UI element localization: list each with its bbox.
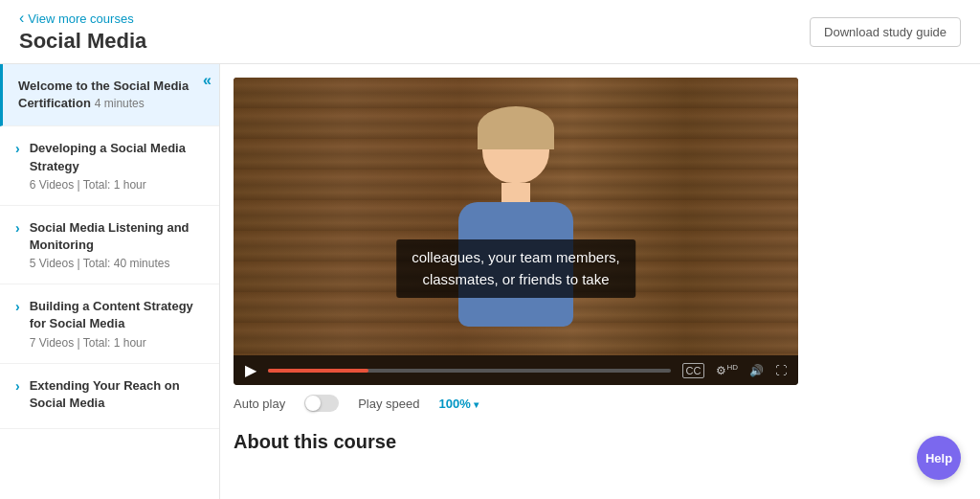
sidebar-item-title-developing: Developing a Social Media Strategy [30,140,204,174]
sidebar-item-expandable-extending: › Extending Your Reach on Social Media [15,377,204,415]
sidebar-item-title-content: Building a Content Strategy for Social M… [30,298,204,332]
main-layout: « Welcome to the Social Media Certificat… [0,64,980,499]
sidebar-item-developing[interactable]: › Developing a Social Media Strategy 6 V… [0,126,219,205]
sidebar-item-meta-developing: 6 Videos | Total: 1 hour [30,178,204,192]
chevron-icon-listening: › [15,220,20,236]
page-title: Social Media [19,29,146,54]
person-neck [501,183,530,202]
video-player: colleagues, your team members, classmate… [234,78,798,385]
sidebar-item-meta-listening: 5 Videos | Total: 40 minutes [30,257,204,270]
sidebar-item-listening[interactable]: › Social Media Listening and Monitoring … [0,206,219,284]
sidebar-item-text-listening: Social Media Listening and Monitoring 5 … [30,219,204,270]
video-bg[interactable]: colleagues, your team members, classmate… [234,78,798,355]
fullscreen-button[interactable]: ⛶ [775,364,787,377]
header: View more courses Social Media Download … [0,0,980,64]
help-button[interactable]: Help [917,436,961,480]
volume-button[interactable]: 🔊 [749,364,764,377]
back-link[interactable]: View more courses [19,10,146,27]
cc-button[interactable]: CC [682,363,705,378]
sidebar-item-text-developing: Developing a Social Media Strategy 6 Vid… [30,140,204,191]
playspeed-label: Play speed [358,397,419,411]
about-section: About this course [220,421,980,472]
sidebar-item-text-content: Building a Content Strategy for Social M… [30,298,204,349]
person-head [482,111,549,183]
autoplay-label: Auto play [234,397,285,411]
chevron-icon-content: › [15,299,20,314]
sidebar-item-extending[interactable]: › Extending Your Reach on Social Media [0,364,219,429]
sidebar-item-expandable-content: › Building a Content Strategy for Social… [15,298,204,349]
sidebar-item-content[interactable]: › Building a Content Strategy for Social… [0,284,219,363]
subtitle-line1: colleagues, your team members, [412,247,620,269]
sidebar-item-title-extending: Extending Your Reach on Social Media [30,377,204,412]
subtitle-line2: classmates, or friends to take [412,269,620,291]
play-button[interactable]: ▶ [245,361,256,379]
collapse-sidebar-button[interactable]: « [203,72,212,89]
download-study-guide-button[interactable]: Download study guide [810,17,961,47]
autoplay-toggle[interactable] [304,395,339,412]
toggle-knob [305,396,321,411]
quality-button[interactable]: ⚙HD [716,363,738,377]
chevron-icon-developing: › [15,141,20,156]
video-wrapper: colleagues, your team members, classmate… [234,78,961,385]
sidebar-item-text-extending: Extending Your Reach on Social Media [30,377,204,415]
page-wrapper: View more courses Social Media Download … [0,0,980,499]
sidebar-item-expandable-listening: › Social Media Listening and Monitoring … [15,219,204,270]
header-left: View more courses Social Media [19,10,146,54]
progress-bar[interactable] [268,369,671,373]
video-controls: ▶ CC ⚙HD 🔊 ⛶ [234,355,798,385]
about-title: About this course [234,431,967,453]
sidebar: « Welcome to the Social Media Certificat… [0,64,220,499]
person-hair [478,106,554,149]
sidebar-item-meta-welcome: 4 minutes [95,97,145,110]
content-area: colleagues, your team members, classmate… [220,64,980,499]
chevron-icon-extending: › [15,378,20,394]
video-options: Auto play Play speed 100% [234,385,967,421]
sidebar-item-expandable-developing: › Developing a Social Media Strategy 6 V… [15,140,204,191]
playspeed-select[interactable]: 100% [439,397,479,411]
sidebar-item-welcome[interactable]: Welcome to the Social Media Certificatio… [0,64,219,126]
progress-fill [268,369,368,373]
sidebar-item-meta-content: 7 Videos | Total: 1 hour [30,336,204,350]
sidebar-item-title-listening: Social Media Listening and Monitoring [30,219,204,254]
video-subtitle: colleagues, your team members, classmate… [396,239,635,298]
